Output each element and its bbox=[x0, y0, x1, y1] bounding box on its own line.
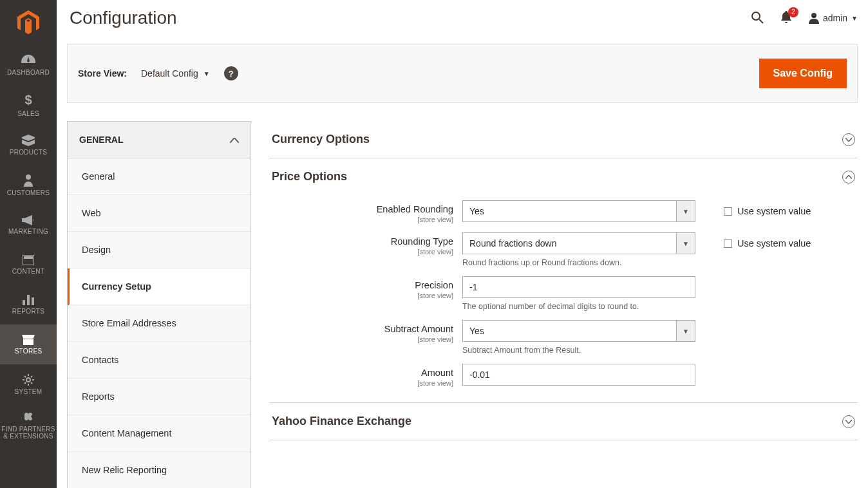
person-icon bbox=[24, 174, 33, 187]
caret-down-icon: ▼ bbox=[676, 232, 695, 254]
svg-rect-4 bbox=[27, 295, 30, 305]
field-help: Subtract Amount from the Result. bbox=[462, 346, 695, 355]
save-config-button[interactable]: Save Config bbox=[759, 59, 847, 88]
field-label: Amount bbox=[421, 368, 453, 378]
nav-dashboard[interactable]: DASHBOARD bbox=[0, 45, 57, 85]
help-icon[interactable]: ? bbox=[224, 66, 238, 80]
notification-badge: 2 bbox=[788, 7, 798, 17]
svg-rect-2 bbox=[24, 256, 33, 259]
use-system-value-label: Use system value bbox=[737, 238, 811, 249]
svg-rect-3 bbox=[23, 300, 25, 305]
magento-logo-icon bbox=[17, 10, 39, 35]
section-price-options[interactable]: Price Options bbox=[269, 158, 858, 195]
user-menu[interactable]: admin ▼ bbox=[809, 12, 858, 24]
enabled-rounding-select[interactable]: Yes ▼ bbox=[462, 200, 695, 222]
use-system-value-checkbox[interactable] bbox=[724, 239, 732, 248]
section-yahoo-finance[interactable]: Yahoo Finance Exchange bbox=[269, 403, 858, 440]
svg-point-0 bbox=[26, 174, 31, 180]
store-view-value: Default Config bbox=[141, 68, 198, 79]
svg-line-8 bbox=[759, 19, 763, 23]
nav-content[interactable]: CONTENT bbox=[0, 245, 57, 285]
config-nav-item-general[interactable]: General bbox=[68, 158, 250, 195]
box-icon bbox=[22, 135, 35, 146]
field-label: Rounding Type bbox=[391, 236, 453, 247]
notifications-button[interactable]: 2 bbox=[780, 11, 792, 26]
store-icon bbox=[22, 335, 35, 345]
config-nav-item-store-email[interactable]: Store Email Addresses bbox=[68, 305, 250, 342]
field-precision: Precision [store view] The optional numb… bbox=[269, 276, 858, 311]
caret-down-icon: ▼ bbox=[851, 15, 858, 22]
field-scope: [store view] bbox=[269, 292, 453, 299]
layout-icon bbox=[23, 255, 34, 265]
field-label: Enabled Rounding bbox=[377, 204, 453, 214]
nav-reports[interactable]: REPORTS bbox=[0, 285, 57, 324]
nav-system[interactable]: SYSTEM bbox=[0, 364, 57, 404]
expand-down-icon bbox=[842, 133, 855, 146]
field-scope: [store view] bbox=[269, 248, 453, 256]
nav-customers[interactable]: CUSTOMERS bbox=[0, 165, 57, 205]
svg-rect-5 bbox=[32, 297, 34, 305]
magento-logo[interactable] bbox=[0, 0, 57, 45]
field-scope: [store view] bbox=[269, 379, 453, 387]
field-subtract-amount: Subtract Amount [store view] Yes ▼ Subtr… bbox=[269, 320, 858, 355]
nav-marketing[interactable]: MARKETING bbox=[0, 205, 57, 245]
field-enabled-rounding: Enabled Rounding [store view] Yes ▼ bbox=[269, 200, 858, 223]
svg-point-9 bbox=[811, 13, 816, 18]
rounding-type-select[interactable]: Round fractions down ▼ bbox=[462, 232, 695, 254]
amount-input[interactable] bbox=[462, 364, 695, 386]
field-label: Precision bbox=[415, 280, 453, 290]
expand-down-icon bbox=[842, 415, 855, 428]
field-scope: [store view] bbox=[269, 216, 453, 223]
store-view-label: Store View: bbox=[78, 68, 127, 79]
partners-icon bbox=[22, 413, 35, 423]
section-currency-options[interactable]: Currency Options bbox=[269, 121, 858, 158]
config-nav-item-contacts[interactable]: Contacts bbox=[68, 342, 250, 379]
config-nav-item-new-relic[interactable]: New Relic Reporting bbox=[68, 452, 250, 488]
field-help: Round fractions up or Round fractions do… bbox=[462, 258, 695, 267]
use-system-value-label: Use system value bbox=[737, 206, 811, 216]
caret-down-icon: ▼ bbox=[676, 200, 695, 222]
field-amount: Amount [store view] bbox=[269, 364, 858, 387]
bar-chart-icon bbox=[23, 295, 34, 305]
store-view-select[interactable]: Default Config ▼ bbox=[141, 68, 210, 79]
subtract-amount-select[interactable]: Yes ▼ bbox=[462, 320, 695, 342]
caret-down-icon: ▼ bbox=[676, 320, 695, 342]
svg-point-6 bbox=[26, 378, 30, 382]
nav-partners[interactable]: FIND PARTNERS & EXTENSIONS bbox=[0, 404, 57, 448]
nav-stores[interactable]: STORES bbox=[0, 324, 57, 364]
user-icon bbox=[809, 12, 819, 24]
nav-products[interactable]: PRODUCTS bbox=[0, 125, 57, 165]
chevron-up-icon bbox=[230, 135, 239, 145]
search-icon[interactable] bbox=[751, 11, 764, 26]
admin-sidebar: DASHBOARD $ SALES PRODUCTS CUSTOMERS MAR… bbox=[0, 0, 57, 488]
user-label: admin bbox=[823, 13, 847, 23]
gauge-icon bbox=[21, 55, 35, 66]
dollar-icon: $ bbox=[24, 93, 32, 108]
use-system-value-checkbox[interactable] bbox=[724, 207, 732, 216]
field-help: The optional number of decimal digits to… bbox=[462, 302, 695, 311]
svg-point-7 bbox=[752, 12, 760, 20]
collapse-up-icon bbox=[842, 171, 855, 183]
gear-icon bbox=[23, 374, 34, 386]
nav-sales[interactable]: $ SALES bbox=[0, 85, 57, 125]
page-title: Configuration bbox=[67, 8, 177, 28]
config-nav-item-web[interactable]: Web bbox=[68, 195, 250, 232]
config-nav: GENERAL General Web Design Currency Setu… bbox=[67, 121, 251, 488]
config-nav-item-design[interactable]: Design bbox=[68, 232, 250, 268]
caret-down-icon: ▼ bbox=[203, 70, 210, 77]
field-scope: [store view] bbox=[269, 335, 453, 343]
config-nav-item-content-management[interactable]: Content Management bbox=[68, 415, 250, 452]
field-rounding-type: Rounding Type [store view] Round fractio… bbox=[269, 232, 858, 267]
config-nav-group-general[interactable]: GENERAL bbox=[68, 122, 250, 158]
megaphone-icon bbox=[22, 215, 35, 225]
config-nav-item-reports[interactable]: Reports bbox=[68, 379, 250, 415]
config-nav-item-currency-setup[interactable]: Currency Setup bbox=[68, 268, 250, 305]
field-label: Subtract Amount bbox=[384, 324, 453, 334]
precision-input[interactable] bbox=[462, 276, 695, 298]
